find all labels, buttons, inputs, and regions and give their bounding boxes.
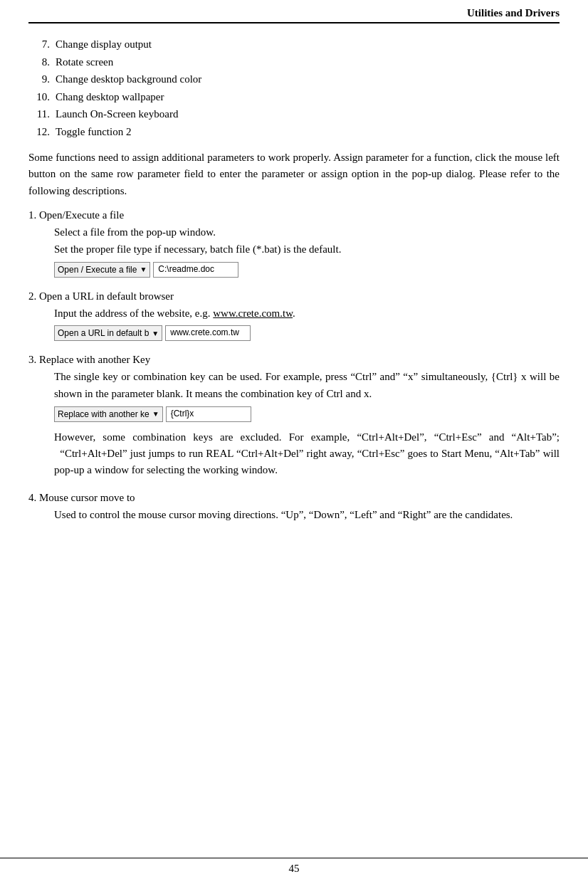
header-title: Utilities and Drivers [467, 7, 560, 19]
list-item: 9. Change desktop background color [28, 71, 560, 88]
dropdown-arrow-icon: ▼ [152, 330, 159, 337]
list-num: 12. [28, 124, 56, 140]
list-text: Change display output [56, 36, 560, 53]
section-1-dropdown-label: Open / Execute a file [58, 265, 137, 275]
section-2-dropdown-label: Open a URL in default b [58, 328, 149, 338]
section-3-ui-row: Replace with another ke ▼ {Ctrl}x [54, 406, 560, 422]
section-3-line-1: The single key or combination key can be… [54, 369, 560, 402]
section-1-ui-row: Open / Execute a file ▼ C:\readme.doc [54, 262, 560, 278]
list-num: 11. [28, 106, 56, 122]
list-text: Change desktop background color [56, 71, 560, 88]
list-item: 11. Launch On-Screen keyboard [28, 106, 560, 122]
section-3-extra-paragraph: However, some combination keys are exclu… [54, 429, 560, 479]
list-num: 7. [28, 36, 56, 53]
dropdown-arrow-icon: ▼ [152, 410, 159, 418]
section-3-indent: The single key or combination key can be… [54, 369, 560, 402]
section-2: 2. Open a URL in default browser Input t… [28, 290, 560, 342]
list-text: Toggle function 2 [56, 124, 560, 140]
section-3-textfield[interactable]: {Ctrl}x [166, 406, 251, 422]
url-link: www.crete.com.tw [213, 307, 293, 319]
section-4-line-1: Used to control the mouse cursor moving … [54, 507, 560, 523]
list-item: 10. Chang desktop wallpaper [28, 89, 560, 105]
section-4-indent: Used to control the mouse cursor moving … [54, 507, 560, 523]
section-1-dropdown[interactable]: Open / Execute a file ▼ [54, 262, 150, 278]
section-3-dropdown-label: Replace with another ke [58, 409, 149, 419]
list-item: 8. Rotate screen [28, 54, 560, 70]
section-3: 3. Replace with another Key The single k… [28, 354, 560, 478]
list-text: Rotate screen [56, 54, 560, 70]
section-4: 4. Mouse cursor move to Used to control … [28, 492, 560, 523]
dropdown-arrow-icon: ▼ [140, 265, 147, 273]
section-3-extra: However, some combination keys are exclu… [54, 429, 560, 479]
section-2-indent: Input the address of the website, e.g. w… [54, 305, 560, 322]
intro-paragraph: Some functions need to assign additional… [28, 149, 560, 199]
list-num: 10. [28, 89, 56, 105]
section-1-line-2: Set the proper file type if necessary, b… [54, 241, 560, 258]
section-2-ui-row: Open a URL in default b ▼ www.crete.com.… [54, 325, 560, 341]
section-1-title: 1. Open/Execute a file [28, 209, 560, 221]
section-1-indent: Select a file from the pop-up window. Se… [54, 224, 560, 258]
section-4-title: 4. Mouse cursor move to [28, 492, 560, 504]
section-1-line-1: Select a file from the pop-up window. [54, 224, 560, 241]
list-num: 9. [28, 71, 56, 88]
section-3-title: 3. Replace with another Key [28, 354, 560, 366]
list-item: 7. Change display output [28, 36, 560, 53]
section-1: 1. Open/Execute a file Select a file fro… [28, 209, 560, 278]
page-container: Utilities and Drivers 7. Change display … [0, 0, 588, 889]
page-footer: 45 [0, 858, 588, 875]
section-2-textfield[interactable]: www.crete.com.tw [165, 325, 251, 341]
section-1-textfield[interactable]: C:\readme.doc [153, 262, 238, 278]
page-header: Utilities and Drivers [28, 7, 560, 23]
section-2-title: 2. Open a URL in default browser [28, 290, 560, 303]
list-text: Launch On-Screen keyboard [56, 106, 560, 122]
section-3-dropdown[interactable]: Replace with another ke ▼ [54, 406, 163, 422]
section-2-line-1: Input the address of the website, e.g. w… [54, 305, 560, 322]
section-2-dropdown[interactable]: Open a URL in default b ▼ [54, 325, 162, 341]
list-item: 12. Toggle function 2 [28, 124, 560, 140]
numbered-list: 7. Change display output 8. Rotate scree… [28, 36, 560, 140]
page-number: 45 [289, 863, 300, 874]
list-num: 8. [28, 54, 56, 70]
list-text: Chang desktop wallpaper [56, 89, 560, 105]
